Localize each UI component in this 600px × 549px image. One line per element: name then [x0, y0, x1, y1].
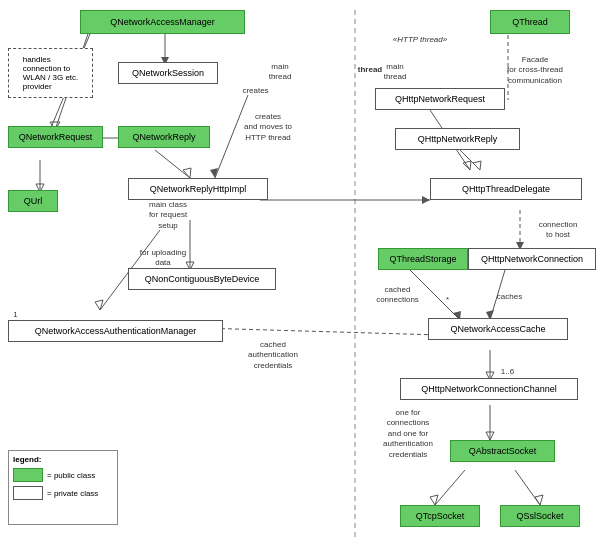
- svg-line-21: [460, 150, 480, 170]
- note-star1: *: [440, 295, 455, 305]
- box-QNetworkAccessManager: QNetworkAccessManager: [80, 10, 245, 34]
- svg-marker-22: [473, 161, 481, 170]
- box-QHttpNetworkConnectionChannel: QHttpNetworkConnectionChannel: [400, 378, 578, 400]
- box-QNonContiguousByteDevice: QNonContiguousByteDevice: [128, 268, 276, 290]
- note-caches: caches: [487, 292, 532, 302]
- legend-title: legend:: [13, 455, 113, 464]
- svg-marker-36: [430, 495, 438, 505]
- legend-public-color: [13, 468, 43, 482]
- svg-line-37: [515, 470, 540, 505]
- note-mult-16: 1..6: [490, 367, 525, 377]
- legend-private-row: = private class: [13, 486, 113, 500]
- svg-marker-34: [486, 432, 494, 440]
- box-QNetworkSession: QNetworkSession: [118, 62, 218, 84]
- box-QAbstractSocket: QAbstractSocket: [450, 440, 555, 462]
- box-QNetworkReply: QNetworkReply: [118, 126, 210, 148]
- svg-marker-20: [463, 161, 471, 170]
- note-cached-auth: cached authentication credentials: [228, 340, 318, 371]
- box-QHttpNetworkRequest: QHttpNetworkRequest: [375, 88, 505, 110]
- svg-marker-9: [183, 168, 191, 178]
- svg-line-31: [200, 328, 440, 335]
- svg-line-35: [435, 470, 465, 505]
- box-QHttpNetworkReply: QHttpNetworkReply: [395, 128, 520, 150]
- svg-marker-11: [210, 168, 218, 178]
- legend-box: legend: = public class = private class: [8, 450, 118, 525]
- note-one-for: one for connections and one for authenti…: [368, 408, 448, 460]
- legend-private-label: = private class: [47, 489, 98, 498]
- box-QThreadStorage: QThreadStorage: [378, 248, 468, 270]
- note-main-thread1: main thread: [255, 62, 305, 83]
- box-QThread: QThread: [490, 10, 570, 34]
- box-QNetworkAccessAuthenticationManager: QNetworkAccessAuthenticationManager: [8, 320, 223, 342]
- note-cached-connections: cached connections: [365, 285, 430, 306]
- note-creates-moves: creates and moves to HTTP thread: [228, 112, 308, 143]
- note-main-class: main class for request setup: [128, 200, 208, 231]
- note-http-thread: «HTTP thread»: [370, 35, 470, 45]
- legend-private-color: [13, 486, 43, 500]
- legend-public-label: = public class: [47, 471, 95, 480]
- box-QNetworkRequest: QNetworkRequest: [8, 126, 103, 148]
- box-QNetworkReplyHttpImpl: QNetworkReplyHttpImpl: [128, 178, 268, 200]
- box-QTcpSocket: QTcpSocket: [400, 505, 480, 527]
- svg-marker-17: [422, 196, 430, 204]
- note-connection-host: connection to host: [518, 220, 598, 241]
- svg-line-8: [155, 150, 190, 178]
- note-for-uploading: for uploading data: [128, 248, 198, 269]
- box-QNetworkAccessCache: QNetworkAccessCache: [428, 318, 568, 340]
- box-QSslSocket: QSslSocket: [500, 505, 580, 527]
- note-creates: creates: [228, 86, 283, 96]
- box-QUrl: QUrl: [8, 190, 58, 212]
- note-mult-1: 1: [8, 310, 23, 320]
- diagram-container: QNetworkAccessManager QThread handles co…: [0, 0, 600, 549]
- legend-public-row: = public class: [13, 468, 113, 482]
- box-QHttpThreadDelegate: QHttpThreadDelegate: [430, 178, 582, 200]
- svg-marker-38: [535, 495, 543, 505]
- note-handles-connection: handles connection to WLAN / 3G etc. pro…: [8, 48, 93, 98]
- note-thread-label: thread: [350, 65, 390, 75]
- box-QHttpNetworkConnection: QHttpNetworkConnection: [468, 248, 596, 270]
- note-facade: Facade for cross-thread communication: [480, 55, 590, 86]
- svg-marker-15: [95, 300, 103, 310]
